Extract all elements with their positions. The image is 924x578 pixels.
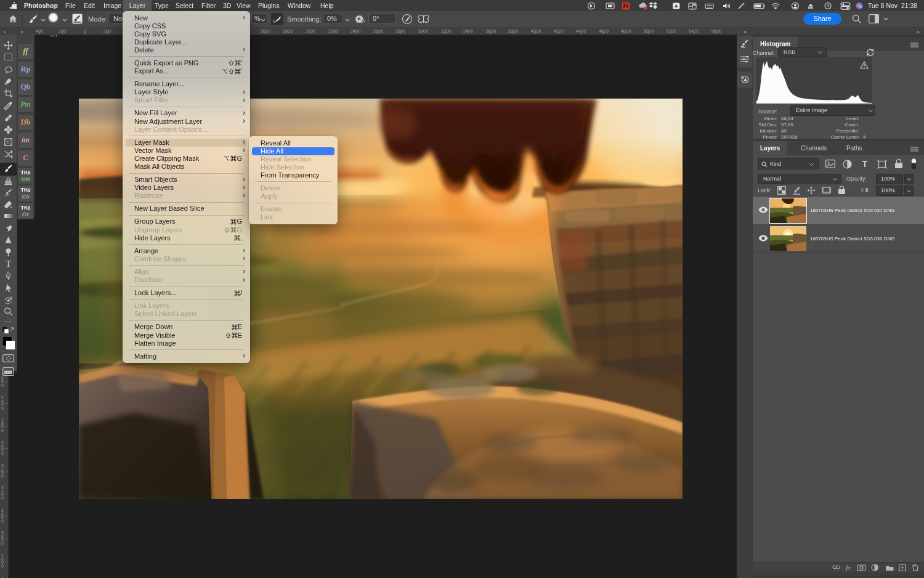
svg-text:fx: fx xyxy=(846,564,851,571)
